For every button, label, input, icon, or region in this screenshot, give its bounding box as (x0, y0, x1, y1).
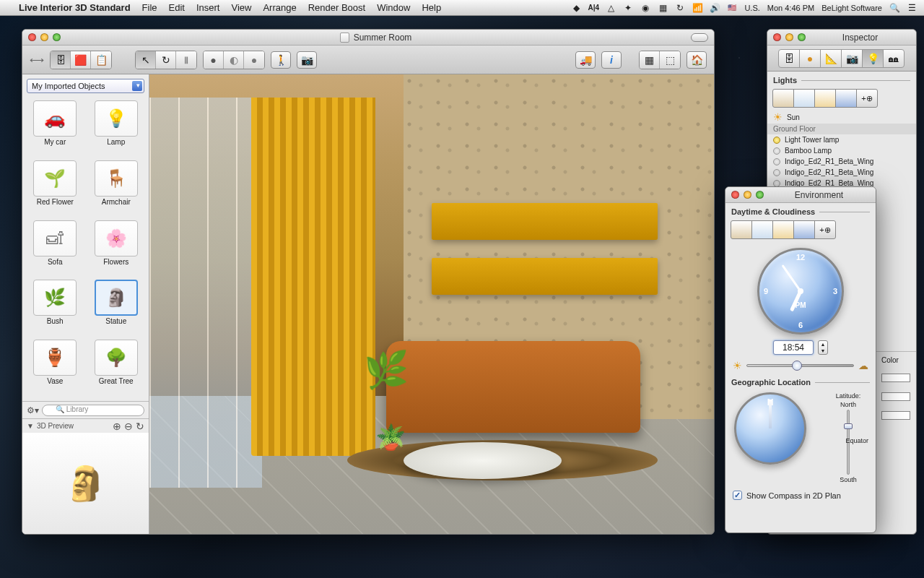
tab-building[interactable]: 🏘 (883, 49, 905, 68)
daytime-clock[interactable]: 39 PM (757, 248, 844, 335)
preset-night[interactable] (793, 220, 815, 239)
pan-tool[interactable]: ⫴ (176, 51, 196, 69)
compass-control[interactable] (734, 392, 806, 465)
menubar-clock[interactable]: Mon 4:46 PM (767, 4, 814, 12)
light-row[interactable]: Indigo_Ed2_R1_Beta_Wing (767, 167, 916, 178)
minimize-button[interactable] (744, 191, 751, 199)
timemachine-icon[interactable]: ↻ (675, 3, 685, 13)
preset-evening[interactable] (814, 89, 836, 108)
close-button[interactable] (28, 33, 36, 41)
preset-morning[interactable] (731, 220, 752, 239)
info-button[interactable]: i (601, 51, 622, 69)
color-swatch[interactable] (881, 392, 910, 401)
menu-help[interactable]: Help (422, 2, 441, 13)
library-item[interactable]: 🚗My car (25, 100, 85, 159)
input-locale[interactable]: U.S. (744, 4, 759, 12)
show-compass-checkbox[interactable]: ✓ (733, 491, 742, 500)
tab-camera[interactable]: 📷 (841, 49, 863, 68)
preset-day[interactable] (793, 89, 815, 108)
menu-view[interactable]: View (231, 2, 251, 13)
2d-plan-button[interactable]: ▦ (640, 51, 660, 69)
zoom-out-icon[interactable]: ⊖ (124, 421, 133, 431)
library-item[interactable]: 🌳Great Tree (87, 340, 147, 398)
3d-viewport[interactable]: 🪴 (149, 74, 714, 534)
minimize-button[interactable] (785, 33, 793, 41)
minimize-button[interactable] (40, 33, 48, 41)
export-button[interactable]: 🚚 (575, 51, 596, 69)
tab-object[interactable]: 🗄 (778, 49, 800, 68)
env-titlebar[interactable]: Environment (725, 187, 876, 203)
snapshot-button[interactable]: 📷 (297, 51, 317, 69)
walk-button[interactable]: 🚶 (271, 51, 291, 69)
select-tool[interactable]: ↖ (136, 51, 156, 69)
sun-row[interactable]: ☀ Sun (767, 111, 916, 124)
orbit-tool[interactable]: ↻ (156, 51, 176, 69)
light-row[interactable]: Bamboo Lamp (767, 145, 916, 156)
render-quality-button[interactable]: ● (244, 51, 264, 69)
menuextra-icon[interactable]: ◆ (571, 3, 581, 13)
tab-materials[interactable]: ● (799, 49, 821, 68)
library-search-input[interactable]: 🔍 Library (42, 405, 144, 416)
library-item[interactable]: 🌱Red Flower (25, 160, 85, 219)
library-item[interactable]: 🗿Statue (87, 280, 147, 338)
gear-icon[interactable]: ⚙▾ (27, 406, 39, 415)
render-shadow-button[interactable]: ◐ (224, 51, 244, 69)
menubar-company[interactable]: BeLight Software (821, 4, 882, 12)
toolbar-toggle-button[interactable] (691, 33, 708, 42)
close-button[interactable] (773, 33, 781, 41)
inspector-titlebar[interactable]: Inspector (767, 30, 916, 46)
project-tree-button[interactable]: 📋 (91, 51, 111, 69)
materials-view-button[interactable]: 🟥 (71, 51, 91, 69)
menu-arrange[interactable]: Arrange (263, 2, 296, 13)
time-input[interactable]: 18:54 (773, 340, 814, 355)
zoom-button[interactable] (53, 33, 61, 41)
preview-3d-area[interactable]: 🗿 (22, 433, 149, 534)
adobe-icon[interactable]: A|4 (588, 3, 598, 13)
preset-evening[interactable] (772, 220, 794, 239)
volume-icon[interactable]: 🔊 (710, 3, 720, 13)
main-titlebar[interactable]: Summer Room (22, 30, 714, 46)
spotlight-icon[interactable]: 🔍 (889, 3, 899, 13)
library-item[interactable]: 🏺Vase (25, 340, 85, 398)
flag-icon[interactable]: 🇺🇸 (727, 3, 737, 13)
close-button[interactable] (731, 191, 739, 199)
library-item[interactable]: 🪑Armchair (87, 160, 147, 219)
wifi-icon[interactable]: 📶 (692, 3, 702, 13)
library-item[interactable]: 💡Lamp (87, 100, 147, 159)
tab-measure[interactable]: 📐 (820, 49, 842, 68)
light-row[interactable]: Light Tower lamp (767, 134, 916, 145)
time-stepper[interactable]: ▲▼ (818, 340, 828, 355)
preset-add[interactable]: +⊕ (814, 220, 836, 239)
nav-arrows[interactable]: ⟷ (30, 54, 44, 66)
tab-lights[interactable]: 💡 (862, 49, 884, 68)
library-category-dropdown[interactable]: My Imported Objects (27, 79, 144, 93)
library-item[interactable]: 🌿Bush (25, 280, 85, 338)
menu-edit[interactable]: Edit (169, 2, 185, 13)
preview-section-header[interactable]: ▼ 3D Preview ⊕ ⊖ ↻ (22, 418, 149, 433)
reset-zoom-icon[interactable]: ↻ (136, 421, 144, 431)
library-item[interactable]: 🌸Flowers (87, 220, 147, 279)
menu-render-boost[interactable]: Render Boost (308, 2, 366, 13)
home-button[interactable]: 🏠 (687, 51, 707, 69)
library-item[interactable]: 🛋Sofa (25, 220, 85, 279)
record-button[interactable]: ● (204, 51, 224, 69)
puzzle-icon[interactable]: ✦ (623, 3, 633, 13)
preset-day[interactable] (751, 220, 773, 239)
color-swatch[interactable] (881, 411, 910, 420)
preset-night[interactable] (835, 89, 857, 108)
preset-morning[interactable] (772, 89, 794, 108)
notifications-icon[interactable]: ☰ (907, 3, 917, 13)
zoom-button[interactable] (756, 191, 764, 199)
display-icon[interactable]: ▦ (658, 3, 668, 13)
sync-icon[interactable]: ◉ (640, 3, 650, 13)
app-menu[interactable]: Live Interior 3D Standard (19, 2, 131, 13)
menu-insert[interactable]: Insert (196, 2, 220, 13)
cloudiness-slider[interactable] (746, 364, 854, 367)
zoom-button[interactable] (798, 33, 806, 41)
light-row[interactable]: Indigo_Ed2_R1_Beta_Wing (767, 156, 916, 167)
zoom-in-icon[interactable]: ⊕ (113, 421, 121, 431)
menu-file[interactable]: File (142, 2, 157, 13)
library-view-button[interactable]: 🗄 (51, 51, 71, 69)
drive-icon[interactable]: △ (606, 3, 616, 13)
show-compass-row[interactable]: ✓ Show Compass in 2D Plan (725, 486, 876, 504)
